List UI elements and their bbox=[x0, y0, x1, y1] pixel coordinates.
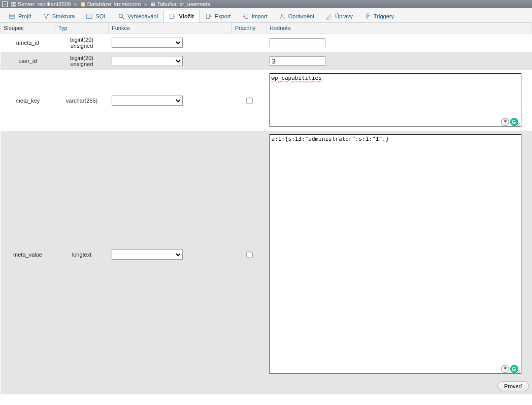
tab-operations[interactable]: Úpravy bbox=[320, 10, 358, 22]
export-icon bbox=[205, 13, 212, 20]
triggers-icon bbox=[364, 13, 371, 20]
tab-privileges[interactable]: Oprávnění bbox=[273, 10, 320, 22]
th-funkce[interactable]: Funkce bbox=[109, 23, 232, 34]
column-name: meta_value bbox=[1, 131, 55, 378]
breadcrumb-db-name: krcmiccom bbox=[114, 1, 141, 7]
breadcrumb-separator: » bbox=[73, 1, 78, 7]
table-icon bbox=[150, 2, 156, 7]
breadcrumb-separator: » bbox=[143, 1, 148, 7]
breadcrumb-table-prefix: Tabulka: bbox=[157, 1, 178, 7]
tab-label: Import bbox=[252, 13, 268, 19]
tab-label: Export bbox=[215, 13, 231, 19]
table-row: meta_key varchar(255) 📍 G bbox=[1, 70, 532, 131]
tab-label: Triggery bbox=[374, 13, 394, 19]
table-row: meta_value longtext 📍 G bbox=[1, 131, 532, 378]
function-select[interactable] bbox=[112, 38, 183, 48]
column-name: meta_key bbox=[1, 70, 55, 131]
tab-label: Struktura bbox=[52, 13, 75, 19]
th-typ[interactable]: Typ bbox=[55, 23, 109, 34]
column-type: bigint(20) unsigned bbox=[55, 34, 109, 52]
submit-row: Proveď bbox=[1, 378, 532, 394]
svg-rect-1 bbox=[11, 5, 15, 6]
grammarly-pin-icon[interactable]: 📍 bbox=[501, 118, 509, 126]
tab-label: Vložit bbox=[179, 13, 193, 19]
tab-sql[interactable]: SQL bbox=[80, 10, 112, 22]
browse-icon bbox=[9, 13, 16, 20]
import-icon bbox=[242, 13, 249, 20]
tab-import[interactable]: Import bbox=[237, 10, 273, 22]
th-sloupec: Sloupec bbox=[1, 23, 55, 34]
breadcrumb-db-prefix: Databáze: bbox=[87, 1, 113, 7]
svg-point-15 bbox=[119, 14, 123, 18]
svg-point-2 bbox=[12, 3, 13, 3]
value-textarea[interactable] bbox=[270, 73, 521, 127]
database-icon bbox=[80, 2, 86, 7]
sql-icon bbox=[86, 13, 93, 20]
breadcrumb-table[interactable]: Tabulka: kr_usermeta bbox=[150, 1, 211, 7]
tab-label: Vyhledávání bbox=[127, 13, 158, 19]
structure-icon bbox=[43, 13, 50, 20]
grammarly-icon[interactable]: G bbox=[510, 365, 518, 373]
breadcrumb-server-name: replikant3509 bbox=[37, 1, 71, 7]
svg-point-22 bbox=[281, 14, 283, 16]
insert-icon bbox=[169, 13, 176, 20]
tab-label: SQL bbox=[95, 13, 107, 19]
table-row: user_id bigint(20) unsigned bbox=[1, 52, 532, 70]
tab-label: Oprávnění bbox=[288, 13, 314, 19]
breadcrumb-table-name: kr_usermeta bbox=[179, 1, 210, 7]
svg-point-3 bbox=[12, 5, 13, 6]
svg-rect-14 bbox=[87, 14, 92, 19]
breadcrumb-database[interactable]: Databáze: krcmiccom bbox=[80, 1, 141, 7]
function-select[interactable] bbox=[112, 250, 183, 260]
breadcrumb-server-prefix: Server: bbox=[18, 1, 36, 7]
operations-icon bbox=[325, 13, 332, 20]
tab-bar: Projít Struktura SQL Vyhledávání Vložit … bbox=[0, 8, 532, 22]
server-icon bbox=[11, 2, 16, 7]
column-type: longtext bbox=[55, 131, 109, 378]
function-select[interactable] bbox=[112, 56, 183, 66]
tab-label: Projít bbox=[18, 13, 31, 19]
insert-table: Sloupec Typ Funkce Prázdný Hodnota umeta… bbox=[0, 22, 532, 394]
null-checkbox[interactable] bbox=[246, 252, 252, 258]
value-input[interactable] bbox=[270, 38, 325, 47]
tab-triggers[interactable]: Triggery bbox=[358, 10, 400, 22]
th-prazdny: Prázdný bbox=[232, 23, 267, 34]
tab-export[interactable]: Export bbox=[200, 10, 237, 22]
column-type: varchar(255) bbox=[55, 70, 109, 131]
grammarly-icon[interactable]: G bbox=[510, 118, 518, 126]
tab-label: Úpravy bbox=[335, 13, 353, 19]
svg-line-16 bbox=[122, 17, 124, 19]
th-hodnota: Hodnota bbox=[267, 23, 532, 34]
tab-browse[interactable]: Projít bbox=[3, 10, 37, 22]
svg-rect-0 bbox=[11, 2, 15, 4]
grammarly-pin-icon[interactable]: 📍 bbox=[501, 365, 509, 373]
privileges-icon bbox=[279, 13, 286, 20]
grammarly-widget[interactable]: 📍 G bbox=[501, 365, 518, 373]
value-textarea[interactable] bbox=[270, 134, 521, 374]
breadcrumb-server[interactable]: Server: replikant3509 bbox=[11, 1, 71, 7]
svg-rect-21 bbox=[245, 14, 248, 19]
execute-button[interactable]: Proveď bbox=[497, 381, 529, 391]
grammarly-widget[interactable]: 📍 G bbox=[501, 118, 518, 126]
collapse-panel-icon[interactable]: – bbox=[2, 2, 8, 7]
column-type: bigint(20) unsigned bbox=[55, 52, 109, 70]
svg-rect-8 bbox=[10, 14, 15, 19]
table-row: umeta_id bigint(20) unsigned bbox=[1, 34, 532, 52]
breadcrumb: – Server: replikant3509 » Databáze: krcm… bbox=[0, 0, 532, 8]
search-icon bbox=[118, 13, 125, 20]
svg-rect-17 bbox=[170, 14, 174, 19]
svg-rect-20 bbox=[206, 14, 209, 19]
column-name: user_id bbox=[1, 52, 55, 70]
value-input[interactable] bbox=[270, 56, 325, 66]
tab-search[interactable]: Vyhledávání bbox=[112, 10, 163, 22]
function-select[interactable] bbox=[112, 96, 183, 106]
tab-insert[interactable]: Vložit bbox=[163, 10, 199, 22]
tab-structure[interactable]: Struktura bbox=[37, 10, 81, 22]
column-name: umeta_id bbox=[1, 34, 55, 52]
null-checkbox[interactable] bbox=[246, 98, 252, 104]
